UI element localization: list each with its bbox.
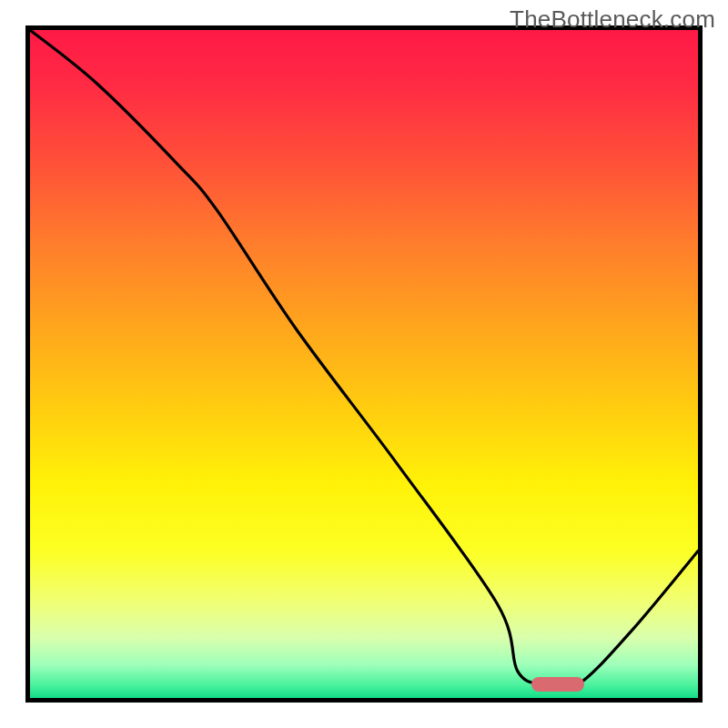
watermark-text: TheBottleneck.com — [510, 5, 715, 34]
chart-container: TheBottleneck.com — [0, 0, 728, 728]
plot-area — [25, 25, 703, 703]
optimum-marker — [531, 677, 584, 692]
bottleneck-curve-path — [30, 30, 698, 689]
curve-svg — [30, 30, 698, 698]
